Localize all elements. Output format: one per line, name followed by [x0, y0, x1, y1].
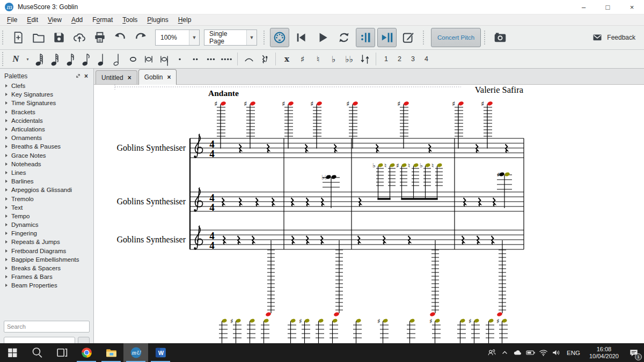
quarter-rest[interactable] [376, 144, 378, 153]
view-mode-combobox[interactable]: Single Page ▼ [204, 29, 257, 46]
loop-playback-button[interactable] [334, 28, 354, 47]
notehead[interactable] [356, 318, 362, 323]
expand-arrow-icon[interactable] [5, 84, 8, 87]
play-repeats-button[interactable] [356, 28, 375, 47]
feedback-button[interactable]: Feedback [591, 33, 635, 42]
notehead[interactable] [333, 312, 340, 317]
quarter-rest[interactable] [321, 198, 324, 206]
palette-item-time-signatures[interactable]: Time Signatures [0, 99, 93, 107]
notehead[interactable] [304, 318, 310, 323]
menu-view[interactable]: View [43, 15, 67, 25]
save-button[interactable] [49, 28, 69, 47]
notehead[interactable] [288, 101, 294, 106]
notehead[interactable] [429, 312, 436, 317]
palette-item-repeats-jumps[interactable]: Repeats & Jumps [0, 238, 93, 246]
menu-file[interactable]: File [2, 15, 22, 25]
sixtyfourth-note-button[interactable] [32, 51, 47, 68]
battery-icon[interactable] [524, 343, 537, 362]
task-view-button[interactable] [49, 343, 74, 362]
save-online-button[interactable] [70, 28, 89, 47]
maximize-button[interactable]: □ [596, 0, 620, 14]
menu-edit[interactable]: Edit [22, 15, 43, 25]
score-tab-untitled[interactable]: Untitled× [96, 70, 137, 84]
expand-arrow-icon[interactable] [5, 223, 8, 226]
new-score-button[interactable] [9, 28, 28, 47]
treble-clef[interactable] [194, 188, 202, 211]
quarter-rest[interactable] [306, 198, 309, 206]
notehead[interactable] [250, 318, 255, 323]
quarter-rest[interactable] [358, 236, 360, 245]
expand-arrow-icon[interactable] [5, 258, 8, 261]
tab-close-icon[interactable]: × [167, 73, 171, 81]
expand-arrow-icon[interactable] [5, 232, 8, 235]
quarter-rest[interactable] [493, 198, 495, 206]
breve-button[interactable] [141, 51, 156, 68]
longa-button[interactable] [157, 51, 171, 68]
notification-center-button[interactable]: 1 [624, 343, 644, 362]
notehead[interactable] [403, 101, 409, 106]
palette-item-arpeggios-glissandi[interactable]: Arpeggios & Glissandi [0, 186, 93, 194]
quarter-rest[interactable] [464, 198, 466, 206]
palette-item-clefs[interactable]: Clefs [0, 82, 93, 90]
quarter-rest[interactable] [477, 236, 479, 245]
start-button[interactable] [0, 343, 25, 362]
palette-item-brackets[interactable]: Brackets [0, 108, 93, 116]
notehead[interactable] [316, 101, 323, 106]
expand-arrow-icon[interactable] [5, 240, 8, 243]
image-capture-button[interactable] [491, 28, 510, 47]
expand-arrow-icon[interactable] [5, 119, 8, 122]
notehead[interactable] [290, 318, 296, 323]
voice-2-button[interactable]: 2 [393, 51, 406, 68]
palette-item-accidentals[interactable]: Accidentals [0, 116, 93, 125]
toolbar-grip[interactable] [484, 31, 488, 45]
notehead[interactable] [264, 318, 269, 323]
menu-tools[interactable]: Tools [118, 15, 142, 25]
natural-button[interactable]: ♮ [311, 51, 325, 68]
notehead[interactable] [331, 174, 336, 180]
quadruple-dot-button[interactable] [219, 51, 233, 68]
volume-icon[interactable] [550, 343, 562, 362]
quarter-rest[interactable] [305, 144, 308, 153]
augmentation-dot-button[interactable] [172, 51, 187, 68]
quarter-rest[interactable] [291, 198, 294, 206]
quarter-rest[interactable] [492, 236, 494, 245]
tab-close-icon[interactable]: × [128, 74, 131, 82]
flat-button[interactable]: ♭ [326, 51, 341, 68]
double-flat-button[interactable]: ♭♭ [342, 51, 356, 68]
open-file-button[interactable] [29, 28, 48, 47]
palette-item-noteheads[interactable]: Noteheads [0, 160, 93, 168]
clock[interactable]: 16:08 10/04/2020 [584, 346, 624, 360]
menu-format[interactable]: Format [87, 15, 118, 25]
network-icon[interactable] [537, 343, 550, 362]
note-input-dropdown[interactable]: ▾ [24, 51, 31, 68]
notehead[interactable] [460, 318, 466, 323]
menu-help[interactable]: Help [173, 15, 196, 25]
word-app[interactable] [148, 343, 173, 362]
flip-direction-button[interactable] [357, 51, 372, 68]
voice-3-button[interactable]: 3 [407, 51, 419, 68]
midi-input-button[interactable] [270, 28, 289, 47]
expand-arrow-icon[interactable] [5, 93, 8, 96]
rewind-button[interactable] [291, 28, 311, 47]
tie-button[interactable] [241, 51, 256, 68]
quarter-rest[interactable] [238, 236, 240, 245]
quarter-rest[interactable] [306, 236, 309, 245]
sharp-button[interactable]: ♯ [295, 51, 310, 68]
notehead[interactable] [435, 318, 441, 323]
notehead[interactable] [250, 101, 256, 106]
concert-pitch-button[interactable]: Concert Pitch [431, 28, 481, 47]
quarter-rest[interactable] [272, 198, 274, 206]
notehead[interactable] [265, 312, 272, 317]
quarter-rest[interactable] [256, 198, 258, 206]
zoom-combobox[interactable]: 100% ▼ [155, 29, 200, 46]
menu-plugins[interactable]: Plugins [142, 15, 173, 25]
notehead[interactable] [487, 101, 493, 106]
double-sharp-button[interactable]: x [280, 51, 294, 68]
quarter-rest[interactable] [506, 144, 508, 153]
expand-arrow-icon[interactable] [5, 101, 8, 105]
quarter-rest[interactable] [223, 236, 225, 245]
treble-clef[interactable] [194, 134, 202, 158]
palette-item-frames-bars[interactable]: Frames & Bars [0, 272, 93, 281]
notehead[interactable] [488, 318, 494, 323]
palette-item-grace-notes[interactable]: Grace Notes [0, 151, 93, 160]
